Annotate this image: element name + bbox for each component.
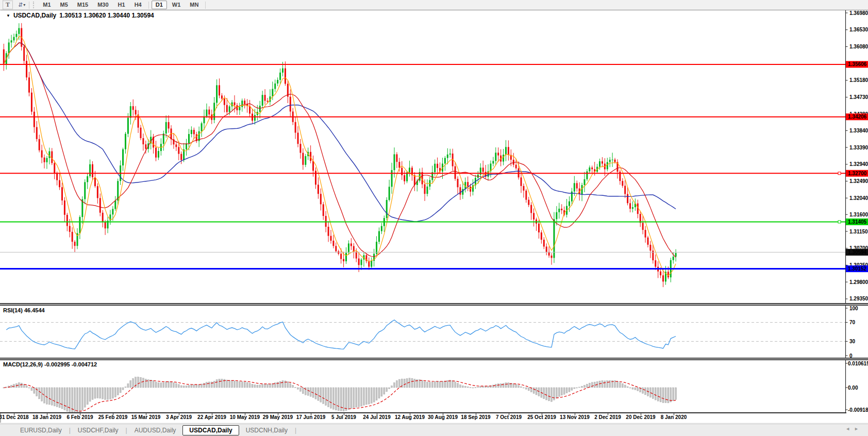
chevron-down-icon[interactable]: ▾ (23, 3, 25, 7)
timeframe-button-m1[interactable]: M1 (39, 1, 55, 9)
timeframe-button-mn[interactable]: MN (186, 1, 203, 9)
price-tag-1.35606: 1.35606 (846, 61, 868, 68)
timeframe-button-group: M1M5M15M30H1H4D1W1MN (38, 1, 208, 9)
symbol-dropdown-icon[interactable]: ▼ (6, 13, 10, 18)
price-tick-label: 1.35180 (849, 77, 868, 83)
tabs-container: EURUSD,Daily|USDCHF,Daily|AUDUSD,DailyUS… (13, 425, 297, 435)
price-tick-label: 1.31150 (849, 229, 868, 234)
toolbar-grip (33, 2, 36, 8)
price-tick-label: 1.32940 (849, 161, 868, 167)
tab-separator: | (126, 427, 127, 434)
tab-scroll-left-icon[interactable]: ◄ (845, 426, 854, 431)
svg-text:1.32700: 1.32700 (848, 171, 867, 176)
rsi-tick-label: 100 (849, 306, 858, 311)
chart-tab-eurusd[interactable]: EURUSD,Daily (13, 426, 69, 435)
price-tick-label: 1.29350 (849, 296, 868, 301)
time-axis[interactable]: 31 Dec 201818 Jan 20196 Feb 201925 Feb 2… (0, 414, 868, 422)
chart-tab-usdcnh[interactable]: USDCNH,Daily (239, 426, 294, 435)
date-label: 31 Dec 2018 (0, 414, 29, 420)
date-label: 29 May 2019 (263, 414, 293, 420)
tab-scroll-right-icon[interactable]: ► (854, 426, 863, 431)
date-label: 10 May 2019 (230, 414, 260, 420)
price-tick-label: 1.31600 (849, 212, 868, 217)
date-label: 18 Sep 2019 (461, 414, 490, 420)
chart-tab-audusd[interactable]: AUDUSD,Daily (128, 426, 183, 435)
rsi-tick-label: 0 (849, 353, 853, 358)
toolbar-separator (205, 2, 206, 9)
hline-handle-1.32700[interactable] (838, 172, 841, 175)
top-toolbar: T ⇵ ▾ M1M5M15M30H1H4D1W1MN (0, 0, 868, 10)
svg-text:1.31405: 1.31405 (848, 219, 867, 225)
timeframe-button-m15[interactable]: M15 (73, 1, 92, 9)
rsi-tick-label: 30 (849, 339, 856, 344)
rsi-pane[interactable]: 10070300 (0, 306, 868, 358)
price-tick-label: 1.32490 (849, 178, 868, 184)
price-tick-label: 1.36980 (849, 10, 868, 16)
symbol-label: USDCAD,Daily (13, 12, 56, 19)
date-label: 24 Jul 2019 (363, 414, 390, 420)
price-tag-1.31405: 1.31405 (846, 219, 868, 225)
rsi-tick-label: 70 (849, 320, 856, 325)
price-tag-1.30152: 1.30152 (846, 265, 868, 272)
macd-tick-label: 0.00 (848, 385, 858, 391)
date-label: 13 Nov 2019 (560, 414, 590, 420)
toolbar-separator (148, 2, 149, 9)
price-tick-label: 1.33840 (849, 128, 868, 133)
date-label: 15 Mar 2019 (131, 414, 161, 420)
price-tag-1.34206: 1.34206 (846, 113, 868, 120)
time-axis-line (0, 412, 846, 413)
date-label: 17 Jun 2019 (296, 414, 326, 420)
date-label: 5 Jul 2019 (331, 414, 356, 420)
timeframe-button-m5[interactable]: M5 (56, 1, 72, 9)
date-label: 7 Oct 2019 (496, 414, 522, 420)
hline-handle-1.31405[interactable] (838, 221, 841, 223)
date-label: 30 Aug 2019 (428, 414, 458, 420)
timeframe-button-m30[interactable]: M30 (93, 1, 112, 9)
toolbar-separator (29, 2, 29, 9)
main-price-pane[interactable]: 1.369801.365301.360801.356301.351801.347… (0, 10, 868, 303)
price-tick-label: 1.33390 (849, 145, 868, 150)
price-tick-label: 1.32040 (849, 195, 868, 201)
date-label: 6 Feb 2019 (66, 414, 93, 420)
price-tick-label: 1.36530 (849, 27, 868, 32)
price-tag-1.32700: 1.32700 (846, 170, 868, 177)
arrange-arrows-icon[interactable]: ⇵ (18, 2, 23, 8)
date-label: 3 Apr 2019 (166, 414, 192, 420)
date-label: 22 Apr 2019 (197, 414, 226, 420)
date-label: 25 Feb 2019 (98, 414, 128, 420)
tab-separator: | (295, 427, 296, 434)
tab-scroll-arrows: ◄► (845, 426, 863, 431)
date-label: 2 Dec 2019 (594, 414, 621, 420)
svg-text:1.34206: 1.34206 (848, 114, 867, 120)
price-tick-label: 1.34730 (849, 94, 868, 100)
macd-tick-label: -0.009181 (848, 407, 868, 413)
chart-tab-usdchf[interactable]: USDCHF,Daily (71, 426, 125, 435)
macd-pane[interactable]: 0.0106150.00-0.009181 (0, 360, 868, 412)
chart-tab-bar: EURUSD,Daily|USDCHF,Daily|AUDUSD,DailyUS… (0, 424, 868, 436)
macd-tick-label: 0.010615 (848, 361, 868, 366)
price-tick-label: 1.36080 (849, 44, 868, 49)
chart-title: ▼ USDCAD,Daily 1.30513 1.30620 1.30440 1… (6, 12, 154, 19)
timeframe-button-h4[interactable]: H4 (130, 1, 146, 9)
timeframe-button-h1[interactable]: H1 (114, 1, 129, 9)
svg-text:1.30152: 1.30152 (848, 266, 867, 272)
date-label: 20 Dec 2019 (626, 414, 655, 420)
svg-text:1.35606: 1.35606 (848, 61, 867, 67)
text-tool-button[interactable]: T (3, 1, 13, 9)
price-tick-label: 1.29800 (849, 279, 868, 285)
date-label: 8 Jan 2020 (661, 414, 687, 420)
macd-label: MACD(12,26,9) -0.002995 -0.004712 (3, 361, 97, 367)
date-label: 25 Oct 2019 (527, 414, 556, 420)
date-label: 18 Jan 2019 (32, 414, 61, 420)
date-label: 12 Aug 2019 (395, 414, 425, 420)
timeframe-button-w1[interactable]: W1 (168, 1, 185, 9)
ohlc-values: 1.30513 1.30620 1.30440 1.30594 (59, 12, 154, 19)
chart-tab-usdcad[interactable]: USDCAD,Daily (182, 425, 239, 435)
timeframe-button-d1[interactable]: D1 (152, 1, 167, 9)
tab-separator: | (69, 427, 71, 434)
rsi-label: RSI(14) 46.4544 (3, 307, 45, 313)
current-price-tag: 1.30594 (846, 249, 868, 256)
svg-text:1.30594: 1.30594 (848, 249, 867, 255)
